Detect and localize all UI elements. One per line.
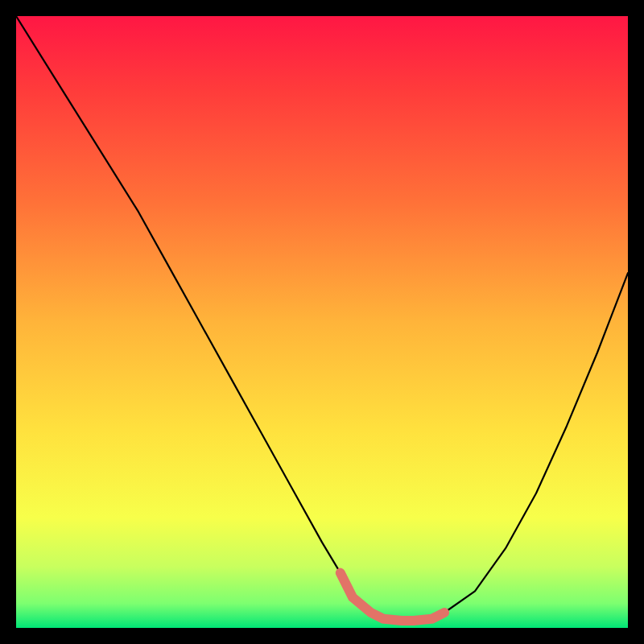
bottleneck-chart bbox=[16, 16, 628, 628]
chart-frame: TheBottleneck.com bbox=[16, 16, 628, 628]
heat-gradient-background bbox=[16, 16, 628, 628]
